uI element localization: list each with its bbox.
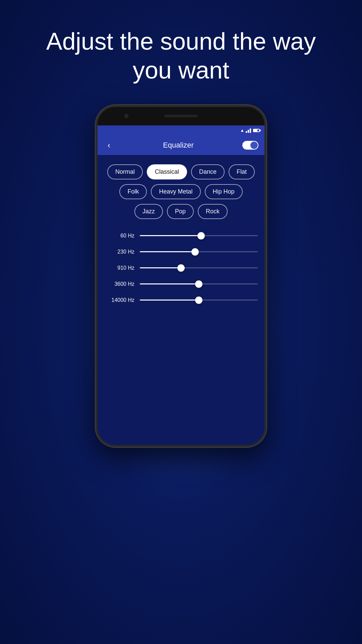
slider-label-60hz: 60 Hz: [104, 233, 134, 239]
headline-line1: Adjust the sound the way: [46, 28, 316, 55]
slider-track-bg-910hz: [140, 267, 258, 268]
slider-row-60hz: 60 Hz: [104, 232, 258, 239]
slider-label-230hz: 230 Hz: [104, 249, 134, 255]
slider-row-230hz: 230 Hz: [104, 249, 258, 255]
signal-bar-1: [246, 131, 247, 133]
slider-track-60hz[interactable]: [140, 232, 258, 239]
slider-track-3600hz[interactable]: [140, 281, 258, 287]
battery-fill: [254, 129, 257, 131]
phone-top-bar: [98, 107, 264, 125]
signal-bar-3: [250, 128, 251, 133]
toggle-thumb: [250, 142, 258, 149]
genre-btn-jazz[interactable]: Jazz: [134, 204, 163, 219]
slider-fill-910hz: [140, 267, 181, 268]
phone-screen: Normal Classical Dance Flat Folk Heavy M…: [98, 155, 264, 445]
phone-camera: [124, 114, 128, 118]
back-button[interactable]: ‹: [104, 140, 114, 151]
genre-container: Normal Classical Dance Flat Folk Heavy M…: [104, 164, 258, 219]
genre-btn-rock[interactable]: Rock: [198, 204, 228, 219]
slider-row-3600hz: 3600 Hz: [104, 281, 258, 287]
slider-row-14000hz: 14000 Hz: [104, 297, 258, 304]
slider-thumb-3600hz[interactable]: [195, 280, 202, 288]
signal-icon: [246, 128, 251, 133]
genre-row-1: Normal Classical Dance Flat: [107, 164, 255, 179]
slider-thumb-230hz[interactable]: [191, 248, 199, 256]
genre-btn-pop[interactable]: Pop: [167, 204, 194, 219]
headline-line2: you want: [133, 57, 229, 84]
slider-label-3600hz: 3600 Hz: [104, 281, 134, 287]
headline: Adjust the sound the way you want: [26, 27, 336, 85]
slider-track-910hz[interactable]: [140, 265, 258, 271]
slider-label-14000hz: 14000 Hz: [104, 297, 134, 303]
slider-fill-230hz: [140, 251, 195, 252]
wifi-icon: ▲: [240, 128, 244, 133]
genre-btn-heavy-metal[interactable]: Heavy Metal: [151, 184, 200, 199]
genre-btn-classical[interactable]: Classical: [147, 164, 187, 179]
genre-row-3: Jazz Pop Rock: [134, 204, 228, 219]
genre-btn-folk[interactable]: Folk: [119, 184, 147, 199]
battery-icon: [253, 129, 260, 132]
genre-btn-normal[interactable]: Normal: [107, 164, 143, 179]
genre-btn-flat[interactable]: Flat: [229, 164, 255, 179]
slider-label-910hz: 910 Hz: [104, 265, 134, 271]
genre-btn-dance[interactable]: Dance: [191, 164, 225, 179]
slider-fill-3600hz: [140, 283, 199, 284]
slider-fill-60hz: [140, 235, 201, 236]
genre-btn-hip-hop[interactable]: Hip Hop: [205, 184, 243, 199]
status-bar: ▲: [98, 125, 264, 136]
genre-row-2: Folk Heavy Metal Hip Hop: [119, 184, 242, 199]
header-title: Equalizer: [163, 141, 194, 150]
status-icons: ▲: [240, 128, 260, 133]
slider-thumb-910hz[interactable]: [177, 264, 185, 272]
slider-fill-14000hz: [140, 300, 199, 301]
slider-track-230hz[interactable]: [140, 249, 258, 255]
phone-frame: ▲ ‹ Equalizer Normal Classical: [96, 105, 266, 447]
phone-speaker: [164, 115, 198, 117]
signal-bar-2: [248, 130, 249, 133]
slider-thumb-14000hz[interactable]: [195, 297, 202, 304]
sliders-container: 60 Hz 230 Hz: [104, 232, 258, 304]
slider-thumb-60hz[interactable]: [197, 232, 205, 239]
app-header: ‹ Equalizer: [98, 136, 264, 155]
slider-track-14000hz[interactable]: [140, 297, 258, 304]
equalizer-toggle[interactable]: [242, 141, 258, 150]
slider-row-910hz: 910 Hz: [104, 265, 258, 271]
